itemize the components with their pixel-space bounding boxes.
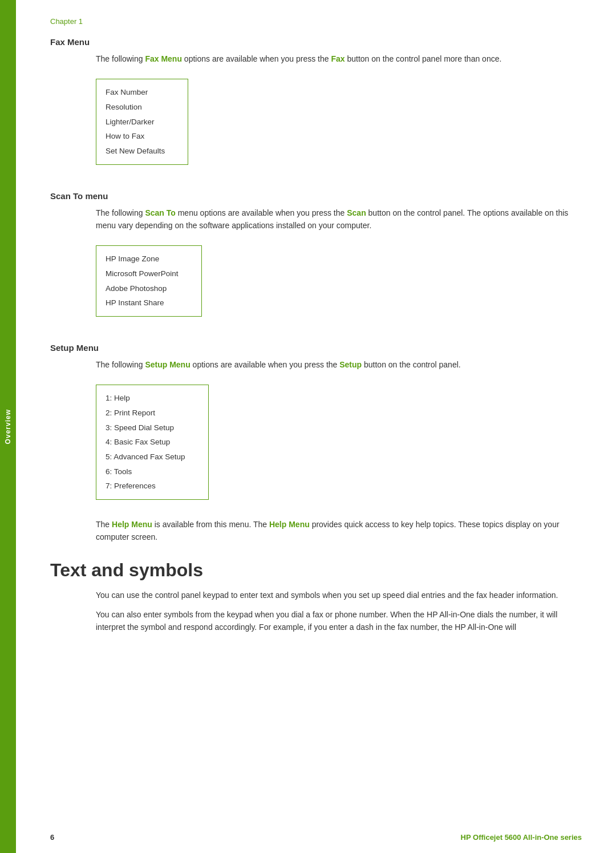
scan-menu-box: HP Image Zone Microsoft PowerPoint Adobe… bbox=[96, 245, 202, 317]
text-symbols-body: You can use the control panel keypad to … bbox=[96, 589, 582, 634]
fax-menu-intro: The following Fax Menu options are avail… bbox=[96, 52, 582, 65]
fax-intro-middle: options are available when you press the bbox=[182, 54, 331, 63]
page-number: 6 bbox=[50, 833, 54, 842]
page-footer: 6 HP Officejet 5600 All-in-One series bbox=[50, 833, 582, 842]
scan-intro-before: The following bbox=[96, 208, 145, 217]
scan-menu-heading: Scan To menu bbox=[50, 191, 582, 201]
fax-item-3: How to Fax bbox=[106, 129, 165, 144]
setup-item-0: 1: Help bbox=[106, 391, 185, 406]
setup-menu-intro-block: The following Setup Menu options are ava… bbox=[96, 358, 582, 371]
text-symbols-section: Text and symbols You can use the control… bbox=[50, 560, 582, 634]
fax-item-0: Fax Number bbox=[106, 85, 165, 100]
setup-menu-footer: The Help Menu is available from this men… bbox=[96, 518, 582, 544]
setup-menu-intro: The following Setup Menu options are ava… bbox=[96, 358, 582, 371]
fax-intro-highlight2: Fax bbox=[331, 54, 345, 63]
setup-menu-box: 1: Help 2: Print Report 3: Speed Dial Se… bbox=[96, 385, 209, 499]
setup-item-5: 6: Tools bbox=[106, 464, 185, 479]
sidebar-label: Overview bbox=[4, 409, 12, 444]
scan-menu-section: Scan To menu The following Scan To menu … bbox=[50, 191, 582, 327]
setup-intro-highlight2: Setup bbox=[339, 360, 362, 369]
scan-item-2: Adobe Photoshop bbox=[106, 281, 179, 296]
fax-menu-intro-block: The following Fax Menu options are avail… bbox=[96, 52, 582, 65]
fax-menu-box: Fax Number Resolution Lighter/Darker How… bbox=[96, 79, 188, 164]
scan-item-3: HP Instant Share bbox=[106, 296, 179, 310]
setup-menu-section: Setup Menu The following Setup Menu opti… bbox=[50, 343, 582, 544]
setup-footer-highlight1: Help Menu bbox=[112, 520, 152, 529]
scan-intro-middle: menu options are available when you pres… bbox=[176, 208, 347, 217]
fax-intro-before: The following bbox=[96, 54, 145, 63]
scan-item-0: HP Image Zone bbox=[106, 252, 179, 266]
fax-item-2: Lighter/Darker bbox=[106, 115, 165, 130]
scan-menu-intro: The following Scan To menu options are a… bbox=[96, 207, 582, 232]
fax-intro-after: button on the control panel more than on… bbox=[345, 54, 502, 63]
setup-intro-before: The following bbox=[96, 360, 145, 369]
setup-footer-highlight2: Help Menu bbox=[269, 520, 310, 529]
setup-intro-middle: options are available when you press the bbox=[191, 360, 340, 369]
setup-item-1: 2: Print Report bbox=[106, 406, 185, 421]
sidebar: Overview bbox=[0, 0, 16, 853]
chapter-label: Chapter 1 bbox=[50, 17, 582, 26]
text-symbols-para1: You can use the control panel keypad to … bbox=[96, 589, 582, 601]
scan-intro-highlight1: Scan To bbox=[145, 208, 175, 217]
text-symbols-heading: Text and symbols bbox=[50, 560, 582, 581]
setup-item-6: 7: Preferences bbox=[106, 479, 185, 494]
fax-menu-section: Fax Menu The following Fax Menu options … bbox=[50, 37, 582, 175]
setup-intro-after: button on the control panel. bbox=[362, 360, 461, 369]
main-content: Chapter 1 Fax Menu The following Fax Men… bbox=[16, 0, 616, 853]
scan-item-1: Microsoft PowerPoint bbox=[106, 266, 179, 281]
fax-menu-heading: Fax Menu bbox=[50, 37, 582, 47]
setup-item-2: 3: Speed Dial Setup bbox=[106, 421, 185, 435]
setup-item-3: 4: Basic Fax Setup bbox=[106, 435, 185, 450]
product-name: HP Officejet 5600 All-in-One series bbox=[461, 833, 582, 842]
setup-menu-footer-block: The Help Menu is available from this men… bbox=[96, 518, 582, 544]
scan-intro-highlight2: Scan bbox=[347, 208, 366, 217]
setup-item-4: 5: Advanced Fax Setup bbox=[106, 450, 185, 464]
fax-item-1: Resolution bbox=[106, 100, 165, 115]
setup-footer-middle: is available from this menu. The bbox=[152, 520, 269, 529]
fax-intro-highlight1: Fax Menu bbox=[145, 54, 182, 63]
text-symbols-para2: You can also enter symbols from the keyp… bbox=[96, 608, 582, 634]
setup-footer-before: The bbox=[96, 520, 112, 529]
scan-menu-intro-block: The following Scan To menu options are a… bbox=[96, 207, 582, 232]
setup-intro-highlight1: Setup Menu bbox=[145, 360, 190, 369]
fax-item-4: Set New Defaults bbox=[106, 144, 165, 159]
setup-menu-heading: Setup Menu bbox=[50, 343, 582, 353]
